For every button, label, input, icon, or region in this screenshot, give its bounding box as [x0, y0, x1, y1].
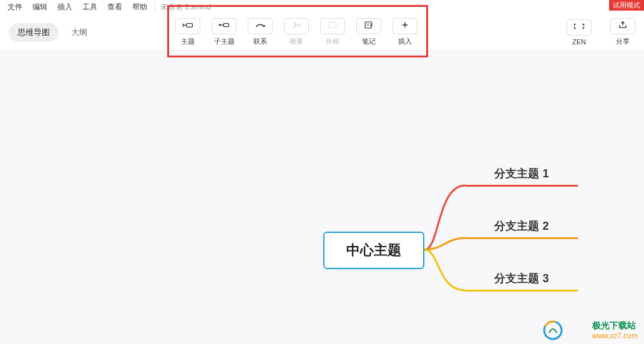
relationship-button[interactable]: 联系	[242, 14, 278, 51]
boundary-icon	[326, 20, 339, 32]
fullscreen-icon	[573, 21, 585, 34]
menu-file[interactable]: 文件	[2, 2, 27, 12]
share-label: 分享	[616, 37, 630, 46]
svg-point-3	[219, 24, 221, 26]
tab-outline[interactable]: 大纲	[62, 23, 96, 42]
view-tabs: 思维导图 大纲	[0, 23, 96, 42]
right-tools: ZEN 分享	[567, 14, 635, 51]
svg-rect-5	[223, 24, 228, 27]
topic-icon	[182, 20, 194, 32]
subtopic-label: 子主题	[214, 37, 235, 46]
zen-button[interactable]: ZEN	[567, 14, 592, 51]
subtopic-button[interactable]: 子主题	[206, 14, 242, 51]
summary-icon	[290, 20, 303, 32]
watermark-name: 极光下载站	[592, 320, 638, 332]
boundary-button: 外框	[315, 14, 351, 51]
topic-label: 主题	[181, 37, 195, 46]
branch-topic-3[interactable]: 分支主题 3	[466, 267, 578, 292]
menu-insert[interactable]: 插入	[52, 2, 77, 12]
insert-label: 插入	[398, 37, 412, 46]
central-topic[interactable]: 中心主题	[323, 232, 424, 269]
document-title: 未命名 2.xmind	[155, 2, 211, 12]
summary-button: 概要	[278, 14, 315, 51]
tab-mindmap[interactable]: 思维导图	[9, 23, 59, 42]
svg-rect-0	[187, 24, 193, 27]
svg-rect-10	[365, 22, 371, 28]
branch-topic-2[interactable]: 分支主题 2	[466, 214, 578, 239]
menu-bar: 文件 编辑 插入 工具 查看 帮助 未命名 2.xmind 试用模式	[0, 0, 644, 14]
zen-label: ZEN	[572, 38, 586, 46]
svg-rect-9	[329, 22, 336, 27]
plus-icon	[399, 20, 411, 32]
share-icon	[617, 20, 629, 32]
insert-button[interactable]: 插入	[387, 14, 423, 51]
relationship-label: 联系	[253, 37, 267, 46]
share-button[interactable]: 分享	[610, 14, 635, 51]
connectors	[0, 51, 644, 344]
watermark-logo-icon	[543, 320, 563, 340]
menu-view[interactable]: 查看	[102, 2, 127, 12]
menu-tools[interactable]: 工具	[77, 2, 102, 12]
summary-label: 概要	[290, 37, 303, 46]
trial-badge: 试用模式	[609, 0, 644, 11]
menu-edit[interactable]: 编辑	[27, 2, 52, 12]
subtopic-icon	[218, 20, 230, 32]
boundary-label: 外框	[326, 37, 339, 46]
branch-topic-1[interactable]: 分支主题 1	[466, 162, 578, 187]
notes-button[interactable]: 笔记	[351, 14, 387, 51]
notes-icon	[363, 20, 375, 32]
notes-label: 笔记	[362, 37, 376, 46]
toolbar: 思维导图 大纲 主题 子主题 联系 概要 外框 笔记 插入	[0, 14, 644, 51]
menu-help[interactable]: 帮助	[127, 2, 152, 12]
svg-rect-8	[298, 24, 301, 26]
watermark-url: www.xz7.com	[592, 332, 638, 340]
watermark-text: 极光下载站 www.xz7.com	[592, 320, 638, 340]
mindmap-canvas[interactable]: 中心主题 分支主题 1 分支主题 2 分支主题 3 极光下载站 www.xz7.…	[0, 51, 644, 344]
relationship-icon	[254, 20, 266, 32]
topic-button[interactable]: 主题	[170, 14, 206, 51]
tool-group: 主题 子主题 联系 概要 外框 笔记 插入	[170, 14, 423, 51]
